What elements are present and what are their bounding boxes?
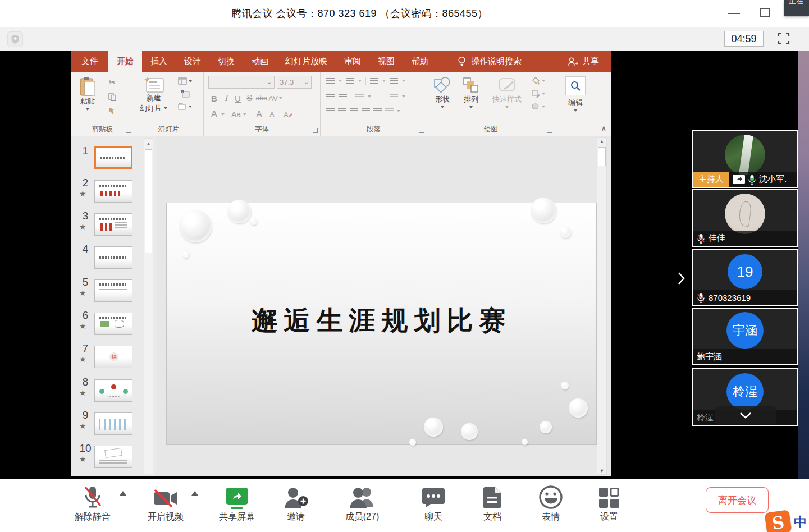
mic-options-caret[interactable] <box>120 491 126 496</box>
slide-2-thumb[interactable] <box>94 180 132 203</box>
format-painter-button[interactable] <box>108 107 116 114</box>
slide-3-thumb[interactable] <box>94 213 132 236</box>
section-button[interactable] <box>178 103 192 110</box>
align-left-button[interactable] <box>326 108 335 114</box>
ppt-share-button[interactable]: 共享 <box>568 51 599 72</box>
share-screen-button[interactable]: 共享屏幕 <box>209 483 265 523</box>
emoji-button[interactable]: 表情 <box>523 483 579 523</box>
tab-view[interactable]: 视图 <box>369 51 403 72</box>
security-shield-button[interactable] <box>7 31 23 47</box>
settings-button[interactable]: 设置 <box>581 483 637 523</box>
participant-tile[interactable]: 宇涵 鲍宇涵 <box>692 308 798 365</box>
clear-formatting-button[interactable]: A <box>284 111 292 119</box>
character-spacing-button[interactable]: AV <box>267 94 279 103</box>
paste-dropdown-caret[interactable] <box>86 108 89 111</box>
slide-5-thumb[interactable] <box>94 279 132 302</box>
paragraph-dialog-launcher[interactable] <box>419 128 424 133</box>
font-color-button[interactable]: A <box>208 109 220 120</box>
shape-fill-button[interactable] <box>532 77 545 85</box>
maximize-button[interactable] <box>760 8 770 17</box>
tab-review[interactable]: 审阅 <box>336 51 369 72</box>
scrollbar-thumb[interactable] <box>145 149 152 253</box>
sogou-ime-icon[interactable]: S <box>764 510 792 532</box>
tab-design[interactable]: 设计 <box>176 51 209 72</box>
grow-font-button[interactable]: A <box>253 109 265 120</box>
increase-indent-button[interactable] <box>339 94 347 100</box>
scroll-up-arrow-icon[interactable]: ▲ <box>597 139 606 144</box>
thumbnail-scrollbar[interactable]: ▲ <box>144 138 153 474</box>
align-center-button[interactable] <box>338 108 346 114</box>
smartart-convert-button[interactable] <box>385 108 394 114</box>
slide-4-thumb[interactable] <box>94 246 132 269</box>
columns-button[interactable] <box>355 94 364 100</box>
drawing-dialog-launcher[interactable] <box>547 128 552 133</box>
italic-button[interactable]: I <box>220 93 232 103</box>
strikethrough-button[interactable]: S <box>244 93 255 103</box>
justify-button[interactable] <box>362 108 370 114</box>
fullscreen-button[interactable] <box>777 32 790 45</box>
start-video-button[interactable]: 开启视频 <box>138 483 194 523</box>
collapse-videos-button[interactable] <box>715 406 776 424</box>
docs-button[interactable]: 文档 <box>464 483 520 523</box>
font-size-combo[interactable]: 37.3⌄ <box>277 76 312 89</box>
font-color-caret[interactable] <box>221 113 225 116</box>
tab-home[interactable]: 开始 <box>108 51 142 72</box>
leave-meeting-button[interactable]: 离开会议 <box>706 487 769 513</box>
font-name-combo[interactable]: ⌄ <box>208 76 275 89</box>
clear-format-small-button[interactable]: abc <box>255 94 267 102</box>
case-caret[interactable] <box>243 113 246 116</box>
distribute-button[interactable] <box>373 108 382 114</box>
bold-button[interactable]: B <box>208 94 220 103</box>
line-spacing-button[interactable] <box>370 78 378 84</box>
bullets-button[interactable] <box>326 78 335 84</box>
slide-layout-button[interactable] <box>178 77 192 85</box>
text-direction-button[interactable] <box>390 78 398 84</box>
clipboard-dialog-launcher[interactable] <box>126 128 131 133</box>
participant-tile[interactable]: 柃湦 柃湦 <box>692 368 798 426</box>
minimize-button[interactable] <box>728 13 740 14</box>
shapes-button[interactable]: 形状 <box>433 76 452 108</box>
tell-me-search[interactable]: 操作说明搜索 <box>458 51 522 72</box>
tab-file[interactable]: 文件 <box>71 51 108 72</box>
paste-button[interactable]: 粘贴 <box>79 76 96 111</box>
scrollbar-thumb[interactable] <box>598 147 606 166</box>
underline-button[interactable]: U <box>232 94 244 103</box>
slide-6-thumb[interactable] <box>94 313 132 335</box>
video-options-caret[interactable] <box>191 491 198 496</box>
participant-tile-host[interactable]: 主持人 沈小军. <box>692 130 798 188</box>
align-text-button[interactable] <box>390 94 398 100</box>
scroll-up-arrow-icon[interactable]: ▲ <box>145 140 152 148</box>
shape-effects-button[interactable] <box>532 103 545 110</box>
participant-tile[interactable]: 19 870323619 <box>692 249 798 306</box>
slide-8-thumb[interactable] <box>94 379 132 402</box>
canvas-scrollbar[interactable]: ▲ ▼ <box>597 137 607 475</box>
shrink-font-button[interactable]: A <box>266 111 278 118</box>
editing-button[interactable]: 编辑 <box>565 76 586 112</box>
collapse-ribbon-button[interactable]: ∧ <box>601 124 606 132</box>
slide-9-thumb[interactable] <box>94 412 132 435</box>
video-panel-expand-button[interactable] <box>673 268 689 288</box>
quick-styles-button[interactable]: 快速样式 <box>492 76 522 108</box>
chat-button[interactable]: 聊天 <box>405 483 461 523</box>
reset-slide-button[interactable] <box>181 90 190 98</box>
slide-10-thumb[interactable] <box>94 446 132 468</box>
arrange-button[interactable]: 排列 <box>462 76 480 108</box>
ime-mode-indicator[interactable]: 中 <box>794 513 807 531</box>
tab-transitions[interactable]: 切换 <box>209 51 243 72</box>
members-button[interactable]: 成员(27) <box>334 483 390 523</box>
participant-tile[interactable]: 佳佳 <box>692 189 798 247</box>
tab-help[interactable]: 帮助 <box>403 51 437 72</box>
unmute-button[interactable]: 解除静音 <box>65 483 121 523</box>
decrease-indent-button[interactable] <box>326 94 335 100</box>
slide-7-thumb[interactable]: 福 <box>94 346 132 368</box>
shape-outline-button[interactable] <box>532 90 545 98</box>
font-dialog-launcher[interactable] <box>313 128 318 133</box>
copy-button[interactable] <box>108 93 116 101</box>
numbering-button[interactable] <box>346 78 354 84</box>
tab-animations[interactable]: 动画 <box>243 51 277 72</box>
invite-button[interactable]: 邀请 <box>268 483 324 523</box>
tab-slideshow[interactable]: 幻灯片放映 <box>277 51 336 72</box>
slide-1-thumb[interactable] <box>94 146 132 169</box>
new-slide-button[interactable]: 新建 幻灯片 <box>140 76 167 113</box>
cut-button[interactable]: ✂ <box>109 77 116 88</box>
